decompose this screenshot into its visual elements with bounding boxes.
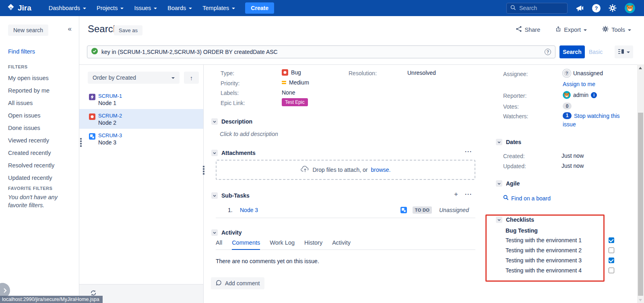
- tab-comments[interactable]: Comments: [232, 239, 260, 250]
- epic-badge[interactable]: Test Epic: [282, 98, 308, 106]
- nav-menu-templates[interactable]: Templates: [197, 0, 240, 16]
- jira-logo[interactable]: Jira: [6, 3, 31, 13]
- description-placeholder[interactable]: Click to add description: [220, 131, 278, 137]
- chevron-down-icon[interactable]: [211, 118, 218, 125]
- assign-to-me-link[interactable]: Assign to me: [563, 81, 595, 87]
- subtask-status-badge: TO DO: [413, 206, 432, 214]
- subtasks-more-icon[interactable]: ···: [465, 191, 472, 198]
- user-avatar[interactable]: [625, 3, 635, 13]
- votes-badge[interactable]: 0: [563, 103, 572, 109]
- list-resize-handle[interactable]: [203, 166, 205, 175]
- syntax-help-icon[interactable]: ?: [545, 49, 551, 55]
- nav-menu-boards[interactable]: Boards: [162, 0, 197, 16]
- nav-menu-dashboards[interactable]: Dashboards: [43, 0, 91, 16]
- find-filters-link[interactable]: Find filters: [8, 48, 35, 55]
- checklists-section-header: Checklists: [496, 216, 534, 223]
- chevron-down-icon[interactable]: [211, 150, 218, 156]
- checklist-item: Testing with the environment 4: [506, 267, 614, 274]
- created-label: Created:: [503, 153, 525, 159]
- chevron-down-icon[interactable]: [496, 139, 502, 145]
- sidebar-item-my-open-issues[interactable]: My open issues: [0, 72, 79, 84]
- attachments-section-header: Attachments: [211, 150, 256, 156]
- checklist-item: Testing with the environment 3: [506, 257, 614, 264]
- find-on-board-link[interactable]: Find on a board: [503, 195, 551, 202]
- sidebar-item-viewed-recently[interactable]: Viewed recently: [0, 134, 79, 146]
- subtask-link[interactable]: Node 3: [240, 207, 400, 213]
- scroll-down-arrow[interactable]: [639, 299, 642, 301]
- epic-link-value: Test Epic: [282, 98, 308, 106]
- attachments-more-icon[interactable]: ···: [465, 148, 472, 155]
- export-button[interactable]: Export: [555, 26, 587, 33]
- jql-search-input[interactable]: key in (SCRUM-1,SCRUM-2,SCRUM-3) ORDER B…: [87, 45, 555, 58]
- chevron-down-icon[interactable]: [211, 192, 218, 199]
- issue-detail-panel: Type: Bug Priority: Medium Labels: None …: [204, 65, 637, 303]
- sidebar-item-reported-by-me[interactable]: Reported by me: [0, 84, 79, 97]
- announcements-icon[interactable]: [576, 4, 584, 12]
- scrollbar-thumb[interactable]: [638, 113, 643, 296]
- layout-switcher-button[interactable]: [615, 45, 633, 58]
- share-button[interactable]: Share: [516, 26, 541, 33]
- save-as-button[interactable]: Save as: [114, 25, 142, 35]
- sidebar-item-open-issues[interactable]: Open issues: [0, 109, 79, 122]
- watchers-label: Watchers:: [503, 113, 528, 120]
- attachments-dropzone[interactable]: Drop files to attach, or browse.: [216, 160, 475, 180]
- issue-key[interactable]: SCRUM-1: [98, 93, 122, 99]
- subtask-row[interactable]: 1. Node 3 TO DO Unassigned: [216, 204, 475, 218]
- issue-key[interactable]: SCRUM-3: [98, 132, 122, 139]
- help-icon[interactable]: ?: [592, 4, 601, 12]
- chevron-down-icon[interactable]: [496, 180, 502, 187]
- issue-row-scrum-2[interactable]: SCRUM-2 Node 2: [79, 109, 203, 129]
- sidebar-item-updated-recently[interactable]: Updated recently: [0, 171, 79, 184]
- add-comment-button[interactable]: Add comment: [211, 277, 264, 289]
- tools-button[interactable]: Tools: [602, 26, 631, 33]
- no-comments-text: There are no comments yet on this issue.: [216, 258, 319, 264]
- search-button[interactable]: Search: [559, 45, 585, 58]
- sidebar-item-done-issues[interactable]: Done issues: [0, 122, 79, 134]
- sidebar-resize-handle[interactable]: [80, 138, 83, 147]
- tab-activity[interactable]: Activity: [332, 239, 351, 249]
- issue-row-scrum-3[interactable]: SCRUM-3 Node 3: [79, 129, 203, 148]
- collapse-sidebar-icon[interactable]: «: [68, 25, 72, 33]
- scroll-up-arrow[interactable]: [639, 67, 642, 69]
- nav-menu-projects[interactable]: Projects: [91, 0, 129, 16]
- settings-gear-icon[interactable]: [609, 4, 617, 12]
- sort-direction-button[interactable]: ↑: [184, 72, 199, 84]
- checkbox[interactable]: [609, 237, 614, 243]
- tab-all[interactable]: All: [216, 239, 222, 249]
- create-button[interactable]: Create: [245, 2, 274, 14]
- favorite-filters-empty-text: You don't have any favorite filters.: [8, 193, 58, 209]
- vertical-scrollbar[interactable]: [637, 64, 644, 303]
- browse-link[interactable]: browse.: [371, 167, 390, 173]
- tab-work-log[interactable]: Work Log: [270, 239, 295, 249]
- chevron-down-icon[interactable]: [496, 216, 502, 223]
- checkbox[interactable]: [609, 258, 614, 263]
- order-by-dropdown[interactable]: Order by Created: [88, 72, 180, 84]
- issue-key[interactable]: SCRUM-2: [98, 113, 122, 119]
- sidebar-item-created-recently[interactable]: Created recently: [0, 146, 79, 159]
- reporter-label: Reporter:: [503, 93, 526, 99]
- assignee-value: ? Unassigned: [563, 69, 603, 77]
- subtask-number: 1.: [228, 207, 240, 213]
- info-icon[interactable]: i: [591, 92, 597, 98]
- chevron-down-icon: [232, 8, 235, 9]
- resolution-value: Unresolved: [407, 70, 436, 76]
- labels-value: None: [282, 89, 295, 96]
- checkbox[interactable]: [609, 268, 614, 273]
- issue-row-scrum-1[interactable]: SCRUM-1 Node 1: [79, 89, 203, 109]
- watchers-count-badge[interactable]: 1: [563, 112, 572, 119]
- quick-search-input[interactable]: Search: [506, 3, 568, 14]
- basic-mode-link[interactable]: Basic: [589, 49, 603, 55]
- add-subtask-icon[interactable]: +: [454, 190, 458, 198]
- description-section-header: Description: [211, 118, 252, 125]
- sidebar-item-all-issues[interactable]: All issues: [0, 97, 79, 109]
- share-icon: [516, 26, 522, 33]
- tab-history[interactable]: History: [304, 239, 322, 249]
- jira-logo-text: Jira: [18, 4, 31, 12]
- nav-menu-issues[interactable]: Issues: [129, 0, 162, 16]
- checkbox[interactable]: [609, 247, 614, 253]
- sidebar-item-resolved-recently[interactable]: Resolved recently: [0, 159, 79, 171]
- priority-value: Medium: [282, 79, 309, 86]
- chevron-down-icon[interactable]: [211, 229, 218, 236]
- activity-tabs: All Comments Work Log History Activity: [216, 239, 475, 250]
- new-search-button[interactable]: New search: [8, 25, 48, 36]
